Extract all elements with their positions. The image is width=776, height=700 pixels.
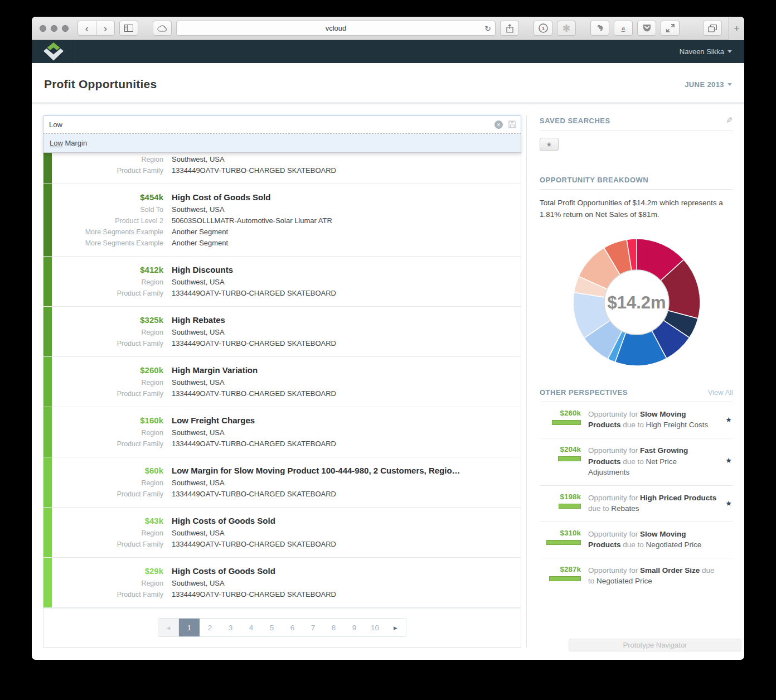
reload-icon[interactable]: ↻ bbox=[484, 24, 491, 33]
window-controls[interactable] bbox=[40, 25, 69, 32]
meta-label: Region bbox=[43, 477, 163, 489]
pagination-page[interactable]: 5 bbox=[261, 619, 282, 636]
breakdown-heading: OPPORTUNITY BREAKDOWN bbox=[540, 176, 648, 184]
new-tab-button[interactable]: + bbox=[729, 17, 744, 40]
pagination-page[interactable]: 8 bbox=[323, 619, 344, 636]
opportunity-amount: $60k bbox=[43, 466, 163, 475]
pocket-button[interactable] bbox=[637, 21, 656, 36]
meta-value: Southwest, USA bbox=[172, 154, 521, 165]
star-icon[interactable]: ★ bbox=[725, 499, 732, 508]
view-all-link[interactable]: View All bbox=[708, 388, 733, 397]
perspective-amount: $287k bbox=[540, 565, 581, 573]
meta-label: Product Family bbox=[43, 539, 163, 550]
perspective-text: Opportunity for Fast Growing Products du… bbox=[588, 445, 733, 478]
opportunity-row[interactable]: $325kHigh RebatesRegionSouthwest, USAPro… bbox=[43, 307, 521, 357]
sidebar-toggle-button[interactable] bbox=[119, 21, 138, 36]
extension-asterisk-button[interactable]: ✱ bbox=[557, 21, 576, 36]
pagination-page[interactable]: 3 bbox=[220, 619, 241, 636]
tab-overview-button[interactable] bbox=[703, 21, 722, 36]
star-icon[interactable]: ★ bbox=[725, 456, 732, 465]
severity-bar bbox=[43, 558, 52, 607]
meta-label: Product Family bbox=[43, 288, 163, 299]
share-icon bbox=[506, 24, 513, 33]
pagination-page[interactable]: 9 bbox=[344, 619, 365, 636]
page-title: Profit Opportunities bbox=[44, 78, 157, 91]
url-text: vcloud bbox=[177, 24, 495, 32]
pagination-page[interactable]: 1 bbox=[179, 619, 200, 636]
meta-value: Southwest, USA bbox=[172, 427, 521, 438]
opportunity-row[interactable]: $60kLow Margin for Slow Moving Product 1… bbox=[43, 457, 521, 508]
opportunity-list: Low Margin for Slow Moving Product 100-4… bbox=[43, 134, 521, 648]
opportunity-row[interactable]: $160kLow Freight ChargesRegionSouthwest,… bbox=[43, 407, 521, 457]
forward-button[interactable]: › bbox=[96, 21, 115, 36]
meta-label: Region bbox=[43, 154, 163, 165]
opportunity-row[interactable]: $412kHigh DiscountsRegionSouthwest, USAP… bbox=[43, 257, 521, 307]
severity-bar bbox=[43, 257, 52, 306]
minimize-window-button[interactable] bbox=[51, 25, 57, 32]
meta-value: 1334449OATV-TURBO-CHARGED SKATEBOARD bbox=[172, 438, 521, 450]
perspective-bar bbox=[549, 576, 581, 581]
meta-value: Southwest, USA bbox=[172, 327, 521, 338]
perspective-text: Opportunity for Small Order Size due to … bbox=[588, 565, 733, 587]
onepassword-button[interactable]: 1 bbox=[534, 21, 552, 36]
other-perspectives-section: OTHER PERSPECTIVES View All $260kOpportu… bbox=[540, 388, 733, 594]
back-button[interactable]: ‹ bbox=[77, 21, 96, 36]
breakdown-summary: Total Profit Opportunities of $14.2m whi… bbox=[540, 197, 733, 221]
opportunity-title: High Costs of Goods Sold bbox=[172, 516, 521, 525]
opportunity-title: High Cost of Goods Sold bbox=[172, 192, 521, 202]
breakdown-donut: $14.2m bbox=[540, 235, 733, 369]
amazon-button[interactable]: a bbox=[614, 21, 633, 36]
zoom-window-button[interactable] bbox=[62, 25, 69, 32]
pagination-page[interactable]: 2 bbox=[200, 619, 220, 636]
perspective-item[interactable]: $310kOpportunity for Slow Moving Product… bbox=[540, 522, 733, 558]
address-bar[interactable]: vcloud ↻ bbox=[176, 21, 496, 36]
pagination-page[interactable]: 10 bbox=[365, 619, 385, 636]
cloud-icon bbox=[157, 25, 167, 32]
pagination-page[interactable]: 7 bbox=[303, 619, 323, 636]
save-search-icon[interactable] bbox=[508, 120, 516, 131]
close-window-button[interactable] bbox=[40, 25, 46, 32]
opportunity-title: High Discounts bbox=[172, 265, 521, 274]
user-menu[interactable]: Naveen Sikka bbox=[680, 47, 744, 56]
opportunity-title: Low Margin for Slow Moving Product 100-4… bbox=[172, 466, 521, 475]
app-logo[interactable] bbox=[32, 40, 75, 63]
opportunity-row[interactable]: $454kHigh Cost of Goods SoldSold ToSouth… bbox=[43, 184, 521, 257]
evernote-button[interactable] bbox=[590, 21, 609, 36]
opportunity-row[interactable]: $29kHigh Costs of Goods SoldRegionSouthw… bbox=[43, 558, 521, 608]
pagination-next[interactable]: ▸ bbox=[385, 619, 406, 636]
fullscreen-button[interactable] bbox=[661, 21, 680, 36]
perspective-item[interactable]: $204kOpportunity for Fast Growing Produc… bbox=[540, 438, 733, 486]
meta-value: 50603SOLLLMATR-Automotive-Solar Llumar A… bbox=[172, 215, 521, 226]
severity-bar bbox=[43, 407, 52, 457]
icloud-tabs-button[interactable] bbox=[153, 21, 172, 36]
meta-value: 1334449OATV-TURBO-CHARGED SKATEBOARD bbox=[172, 288, 521, 299]
meta-value: 1334449OATV-TURBO-CHARGED SKATEBOARD bbox=[172, 589, 521, 600]
share-button[interactable] bbox=[500, 21, 519, 36]
perspective-item[interactable]: $260kOpportunity for Slow Moving Product… bbox=[540, 402, 733, 438]
period-selector[interactable]: JUNE 2013 bbox=[685, 80, 732, 89]
search-input[interactable] bbox=[43, 115, 521, 134]
pagination-page[interactable]: 6 bbox=[282, 619, 303, 636]
severity-bar bbox=[43, 457, 52, 507]
suggestion-low-margin[interactable]: Low Margin bbox=[43, 134, 521, 152]
edit-saved-searches-icon[interactable]: ✎ bbox=[726, 115, 733, 125]
perspective-item[interactable]: $198kOpportunity for High Priced Product… bbox=[540, 486, 733, 522]
meta-value: 1334449OATV-TURBO-CHARGED SKATEBOARD bbox=[172, 338, 521, 349]
meta-label: More Segments Example bbox=[43, 226, 163, 238]
severity-bar bbox=[43, 184, 52, 256]
severity-bar bbox=[43, 357, 52, 407]
opportunity-title: High Rebates bbox=[172, 315, 521, 325]
prototype-navigator-button[interactable]: Prototype Navigator bbox=[569, 639, 741, 651]
perspective-item[interactable]: $287kOpportunity for Small Order Size du… bbox=[540, 558, 733, 594]
clear-search-icon[interactable]: ✕ bbox=[494, 120, 503, 129]
opportunity-row[interactable]: $260kHigh Margin VariationRegionSouthwes… bbox=[43, 357, 521, 407]
pagination-prev[interactable]: ◂ bbox=[158, 619, 179, 636]
onepassword-icon: 1 bbox=[539, 23, 548, 33]
perspective-bar bbox=[558, 456, 581, 461]
saved-search-star-button[interactable]: ★ bbox=[540, 138, 559, 151]
opportunity-row[interactable]: $43kHigh Costs of Goods SoldRegionSouthw… bbox=[43, 508, 521, 558]
browser-window: ‹ › vcloud ↻ 1 ✱ a bbox=[32, 17, 744, 660]
star-icon[interactable]: ★ bbox=[725, 416, 732, 424]
browser-toolbar: ‹ › vcloud ↻ 1 ✱ a bbox=[32, 17, 744, 40]
pagination-page[interactable]: 4 bbox=[241, 619, 261, 636]
